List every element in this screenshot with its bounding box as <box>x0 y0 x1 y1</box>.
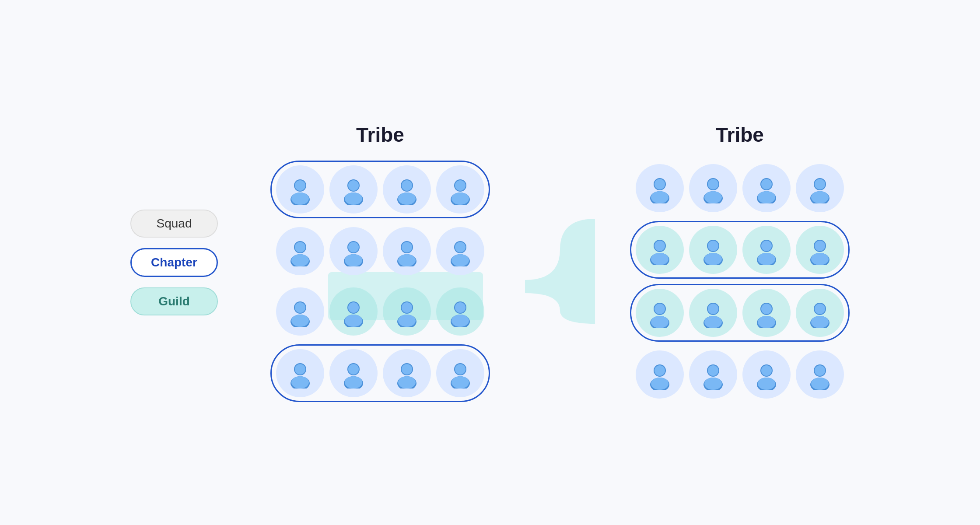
tribe-left-grid <box>270 161 490 402</box>
svg-point-43 <box>398 315 416 327</box>
tribe-right-grid <box>630 161 850 402</box>
svg-point-103 <box>704 316 722 328</box>
tribe-right-row-2 <box>630 284 850 342</box>
svg-point-114 <box>654 365 665 376</box>
avatar <box>742 164 791 212</box>
svg-point-55 <box>345 376 362 388</box>
avatar <box>742 226 791 274</box>
chapter-label: Chapter <box>151 256 197 270</box>
svg-point-62 <box>455 364 466 374</box>
svg-point-6 <box>348 180 359 191</box>
tribe-right-row-3 <box>630 347 850 402</box>
tribe-right-row-1 <box>630 221 850 279</box>
legend-chapter: Chapter <box>130 248 218 277</box>
avatar <box>276 349 324 397</box>
svg-point-91 <box>758 253 775 265</box>
avatar <box>796 164 844 212</box>
svg-point-75 <box>758 191 775 203</box>
svg-point-30 <box>455 242 466 252</box>
svg-point-46 <box>455 302 466 313</box>
avatar <box>742 350 791 399</box>
avatar <box>636 226 684 274</box>
svg-point-26 <box>402 242 412 252</box>
legend-guild: Guild <box>130 287 218 315</box>
guild-label: Guild <box>158 294 190 308</box>
avatar <box>742 289 791 337</box>
avatar <box>383 287 431 336</box>
svg-point-7 <box>345 192 362 205</box>
avatar <box>436 227 484 275</box>
svg-point-79 <box>811 191 829 203</box>
avatar <box>383 227 431 275</box>
svg-point-119 <box>704 378 722 390</box>
svg-point-66 <box>654 179 665 189</box>
svg-point-86 <box>708 241 718 251</box>
svg-point-3 <box>291 192 309 205</box>
svg-point-35 <box>291 315 309 327</box>
svg-point-58 <box>402 364 412 374</box>
avatar <box>329 287 378 336</box>
svg-point-83 <box>651 253 668 265</box>
avatar <box>636 289 684 337</box>
avatar <box>436 287 484 336</box>
svg-point-38 <box>348 302 359 313</box>
svg-point-99 <box>651 316 668 328</box>
svg-point-63 <box>452 376 469 388</box>
tribe-right-title: Tribe <box>716 123 764 147</box>
avatar <box>276 227 324 275</box>
svg-point-111 <box>811 316 829 328</box>
tribe-left-row-0 <box>270 161 490 218</box>
tribe-left-section: Tribe <box>270 123 490 402</box>
svg-point-78 <box>815 179 825 189</box>
svg-point-10 <box>402 180 412 191</box>
svg-point-107 <box>758 316 775 328</box>
svg-point-115 <box>651 378 668 390</box>
tribe-left-row-2 <box>270 284 490 339</box>
svg-point-87 <box>704 253 722 265</box>
svg-point-59 <box>398 376 416 388</box>
legend: Squad Chapter Guild <box>130 210 218 315</box>
svg-point-82 <box>654 241 665 251</box>
avatar <box>689 226 737 274</box>
svg-point-15 <box>452 192 469 205</box>
avatar <box>636 164 684 212</box>
svg-point-102 <box>708 304 718 314</box>
legend-squad: Squad <box>130 210 218 238</box>
svg-point-51 <box>291 376 309 388</box>
avatar <box>796 289 844 337</box>
tribe-left-row-1 <box>270 224 490 279</box>
svg-point-106 <box>761 304 772 314</box>
svg-point-71 <box>704 191 722 203</box>
avatar <box>276 287 324 336</box>
svg-point-54 <box>348 364 359 374</box>
avatar <box>329 227 378 275</box>
avatar <box>796 350 844 399</box>
svg-point-47 <box>452 315 469 327</box>
svg-point-67 <box>651 191 668 203</box>
svg-point-39 <box>345 315 362 327</box>
svg-point-126 <box>815 365 825 376</box>
tribe-right-row-0 <box>630 161 850 216</box>
avatar <box>383 349 431 397</box>
svg-point-70 <box>708 179 718 189</box>
avatar <box>329 349 378 397</box>
svg-point-118 <box>708 365 718 376</box>
svg-point-110 <box>815 304 825 314</box>
svg-point-42 <box>402 302 412 313</box>
tribe-left-row-3 <box>270 344 490 402</box>
svg-point-90 <box>761 241 772 251</box>
avatar <box>689 289 737 337</box>
svg-point-94 <box>815 241 825 251</box>
tribe-left-title: Tribe <box>356 123 404 147</box>
avatar <box>796 226 844 274</box>
guild-connector-svg <box>525 153 595 372</box>
svg-point-22 <box>348 242 359 252</box>
avatar <box>636 350 684 399</box>
main-container: Squad Chapter Guild Tribe <box>130 123 850 402</box>
svg-point-11 <box>398 192 416 205</box>
svg-point-2 <box>295 180 305 191</box>
avatar <box>329 165 378 214</box>
avatar <box>689 350 737 399</box>
svg-point-98 <box>654 304 665 314</box>
svg-point-14 <box>455 180 466 191</box>
